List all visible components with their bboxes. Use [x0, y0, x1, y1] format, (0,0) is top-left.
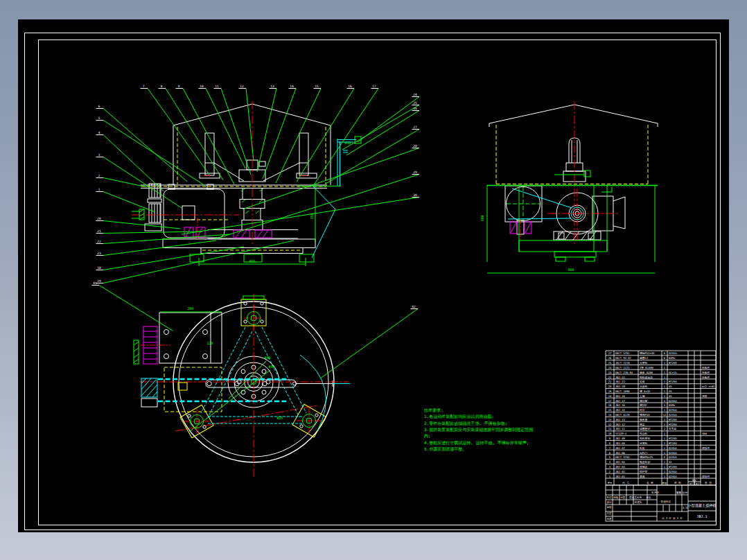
title-block-label: 更改文件号	[629, 496, 642, 499]
bom-cell: GB/T 1096	[615, 390, 630, 393]
leader-line	[148, 89, 209, 175]
part-callout: 12	[240, 85, 244, 88]
title-block-label: 重量	[676, 491, 682, 494]
bom-cell: Y112M-4	[615, 432, 627, 435]
bom-cell: 箱体	[640, 380, 645, 383]
bom-cell: 1	[664, 460, 666, 464]
dimension-label: 850	[249, 259, 255, 263]
bom-cell: 1	[664, 446, 666, 450]
leader-line	[103, 109, 187, 182]
bom-cell: 联轴器	[640, 465, 648, 469]
bom-cell: HT200	[669, 361, 677, 365]
bom-cell: 18	[608, 394, 612, 398]
bom-cell: 底座	[640, 475, 645, 478]
bom-cell: 羊毛毡	[669, 427, 677, 430]
bom-cell: 7	[609, 446, 610, 450]
leader-line	[103, 221, 180, 229]
part-callout: 6	[98, 105, 100, 108]
bom-cell: 26	[608, 356, 612, 360]
bom-header-cell: 重量	[692, 479, 696, 482]
bom-cell: JBJ-11	[615, 427, 625, 430]
bom-cell: 6	[664, 356, 666, 360]
title-block-label: 比例	[683, 491, 688, 494]
bom-cell: 25	[608, 361, 612, 365]
leader-line	[215, 175, 419, 240]
title-block-label: 审核	[606, 505, 612, 509]
title-block-label: 标准化	[634, 500, 642, 504]
tech-notes-title: 技术要求:	[423, 408, 443, 413]
bom-cell: 1	[664, 451, 666, 455]
leader-line	[103, 247, 244, 270]
bom-cell: 1	[664, 361, 666, 365]
part-callout: 21	[97, 229, 101, 233]
tech-note-line: 1.各运动件装配前均应涂以润滑油脂;	[424, 414, 494, 419]
bom-cell: 大带轮	[640, 361, 648, 365]
bom-cell: Q235A	[669, 475, 677, 478]
bom-cell: 21	[608, 380, 612, 383]
bom-cell: 垫圈12	[640, 356, 648, 360]
bom-cell: HT200	[669, 418, 677, 421]
bom-cell: Q235A	[669, 408, 677, 412]
bom-cell: 螺栓M8×25	[640, 455, 653, 459]
bom-cell: GB/T 276-94	[615, 371, 633, 374]
leader-line	[320, 309, 418, 379]
bom-cell: JB/T 7270	[615, 361, 630, 365]
bom-cell: 焊接件	[702, 446, 710, 450]
bom-cell: 螺母M10	[640, 413, 650, 417]
bom-cell: 调质	[702, 394, 708, 398]
bom-cell: JBJ-08	[615, 441, 625, 445]
tech-note-line: 4.整机应进行空载试运转, 运转平稳, 不得有异常噪声;	[424, 440, 529, 446]
part-callout: 19	[97, 279, 101, 283]
bom-cell: 6	[664, 351, 666, 355]
bom-cell: 6	[609, 451, 611, 455]
sheet-count: 共 3 张 第 3 张	[662, 517, 683, 520]
bom-cell: 3	[664, 403, 665, 407]
bom-cell: 8	[609, 441, 611, 445]
bom-cell: 机架	[639, 446, 645, 450]
part-callout: 10	[200, 85, 204, 88]
bom-cell: 45	[669, 390, 672, 393]
bom-cell: 1	[664, 470, 666, 473]
title-block-label: 分区	[620, 496, 626, 499]
part-callout: 5	[98, 116, 100, 120]
part-callout: 30	[413, 193, 417, 197]
tech-note-line: 3.搅拌装置装配后应与安装基础连接牢固并调整到规定范围	[424, 427, 533, 432]
part-callout: 27	[413, 125, 417, 129]
bom-cell: HT200	[669, 465, 677, 469]
leader-line	[221, 89, 251, 175]
bom-cell: GB/T 5782	[615, 351, 630, 355]
bom-cell: GB/T 5782	[615, 455, 630, 459]
bom-cell: 2	[664, 418, 665, 421]
bom-cell: JBJ-17	[615, 399, 625, 403]
bom-header-cell: 序号	[608, 482, 613, 484]
bom-cell: 15	[608, 408, 612, 412]
tech-note-line: 5.外露表面喷漆平整。	[424, 446, 466, 452]
bom-cell: Q235A	[669, 399, 677, 403]
leader-line	[342, 105, 419, 150]
bom-cell: 锥齿轮副	[639, 460, 650, 464]
tech-note-line: 内;	[424, 433, 431, 438]
bom-cell: 1	[664, 385, 666, 388]
part-callout: 25	[413, 101, 417, 105]
bom-cell: 1	[664, 465, 666, 469]
bom-cell: 大齿轮	[640, 385, 648, 388]
bom-cell: 12	[608, 423, 612, 426]
dimension-label: 350	[310, 213, 314, 219]
bom-cell: JBJ-20	[615, 385, 625, 388]
bom-cell: 焊接件	[702, 475, 710, 478]
bom-cell: 11	[608, 427, 612, 430]
bom-cell: 电动机	[640, 432, 648, 435]
part-callout: 15	[315, 85, 319, 88]
part-callout: 11	[215, 85, 219, 88]
leader-line	[246, 89, 254, 161]
bom-cell: JBJ-12	[615, 423, 625, 426]
bom-cell: Q235A	[669, 351, 677, 355]
leader-line	[99, 286, 173, 331]
bom-cell: Q235A	[669, 446, 677, 450]
bom-cell: JBJ-04	[615, 460, 625, 464]
bom-cell: 1	[664, 441, 666, 445]
bom-cell: 轴承座	[640, 418, 648, 421]
bom-cell: 外购件	[702, 376, 710, 379]
bom-cell: 65Mn	[669, 403, 675, 407]
bom-cell: 20	[608, 385, 612, 388]
